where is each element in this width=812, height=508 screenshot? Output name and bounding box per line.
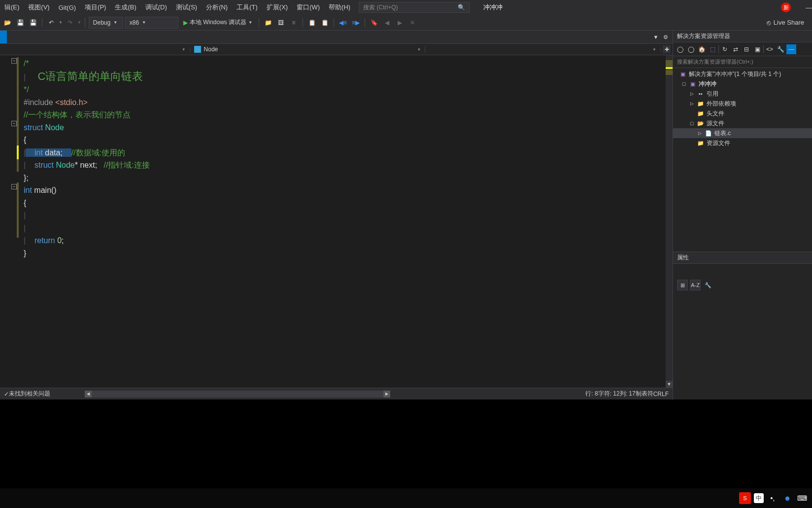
expand-toggle[interactable]: ▢ — [689, 121, 695, 126]
new-folder-icon[interactable]: 📁 — [263, 17, 273, 28]
tree-sources[interactable]: ▢ 📂 源文件 — [673, 118, 812, 128]
struct-icon — [194, 46, 201, 53]
ime-mode-icon[interactable]: •, — [767, 492, 778, 504]
decrease-indent-icon[interactable]: ◀≡ — [338, 17, 348, 28]
vertical-scrollbar[interactable]: ▼ — [666, 55, 673, 388]
menu-test[interactable]: 测试(S) — [171, 0, 202, 14]
status-ok-icon: ✓ — [4, 391, 9, 398]
menu-build[interactable]: 生成(B) — [110, 0, 140, 14]
solution-search-input[interactable]: 搜索解决方案资源管理器(Ctrl+;) — [673, 56, 812, 68]
comment-out-icon[interactable]: 📋 — [306, 17, 317, 28]
references-icon: ▪▪ — [697, 90, 705, 97]
uncomment-icon[interactable]: 📋 — [319, 17, 330, 28]
menu-help[interactable]: 帮助(H) — [324, 0, 355, 14]
col-indicator[interactable]: 列: 17 — [620, 390, 636, 398]
sogou-ime-icon[interactable]: S — [739, 492, 751, 504]
nav-type-dropdown[interactable]: Node ▼ — [190, 46, 426, 53]
tree-project[interactable]: ▢ ▣ 冲冲冲 — [673, 79, 812, 89]
dropdown-arrow-icon[interactable]: ▼ — [652, 33, 660, 41]
tree-external-deps[interactable]: ▷ 📁 外部依赖项 — [673, 99, 812, 109]
code-text: data — [43, 148, 61, 157]
editor-statusbar: ✓ 未找到相关问题 ◀ ▶ 行: 8 字符: 12 列: 17 制表符 CRLF — [0, 388, 673, 399]
active-tab-indicator[interactable] — [0, 31, 7, 43]
expand-toggle[interactable]: ▢ — [681, 81, 687, 86]
property-pages-button[interactable]: 🔧 — [703, 280, 713, 290]
code-text: }; — [24, 174, 29, 182]
tree-solution-root[interactable]: ▣ 解决方案"冲冲冲"(1 个项目/共 1 个) — [673, 69, 812, 79]
menu-extensions[interactable]: 扩展(X) — [262, 0, 292, 14]
global-search-input[interactable]: 搜索 (Ctrl+Q) 🔍 — [359, 2, 470, 13]
nav-member-dropdown[interactable]: ▼ — [425, 47, 661, 52]
nav-type-label: Node — [204, 46, 218, 53]
fold-toggle[interactable]: − — [11, 121, 17, 126]
clear-bookmarks-icon[interactable]: ✕ — [407, 17, 418, 28]
menu-window[interactable]: 窗口(W) — [292, 0, 324, 14]
back-icon[interactable]: ◯ — [675, 44, 685, 54]
new-notifications-badge[interactable]: 新 — [781, 2, 791, 12]
prev-bookmark-icon[interactable]: ◀ — [381, 17, 392, 28]
refresh-icon[interactable]: ↻ — [720, 44, 730, 54]
scroll-down-icon[interactable]: ▼ — [666, 381, 673, 388]
redo-icon[interactable]: ↷ — [65, 17, 75, 28]
undo-icon[interactable]: ↶ — [46, 17, 57, 28]
nav-scope-dropdown[interactable]: ▼ — [0, 47, 190, 52]
alphabetical-view-button[interactable]: A-Z — [690, 280, 701, 290]
menu-tools[interactable]: 工具(T) — [232, 0, 262, 14]
collapse-all-icon[interactable]: ⊟ — [742, 44, 751, 54]
line-indicator[interactable]: 行: 8 — [585, 390, 598, 398]
code-editor[interactable]: /* | C语言简单的单向链表 */ #include <stdio.h> //… — [18, 55, 673, 388]
open-file-icon[interactable]: 📂 — [2, 17, 13, 28]
configuration-dropdown[interactable]: Debug ▼ — [89, 17, 123, 29]
categorized-view-button[interactable]: ⊞ — [677, 280, 688, 290]
bookmark-icon[interactable]: 🔖 — [369, 17, 379, 28]
start-debug-button[interactable]: ▶ 本地 Windows 调试器 ▼ — [180, 17, 255, 29]
image-icon[interactable]: 🖼 — [275, 17, 286, 28]
tree-label: 源文件 — [707, 119, 812, 128]
indent-guides-icon[interactable]: ≡ — [288, 17, 299, 28]
next-bookmark-icon[interactable]: ▶ — [394, 17, 405, 28]
menu-git[interactable]: Git(G) — [54, 1, 80, 14]
expand-toggle[interactable]: ▷ — [689, 91, 695, 96]
fold-toggle[interactable]: − — [11, 58, 17, 64]
tabs-indicator[interactable]: 制表符 — [636, 390, 653, 398]
platform-dropdown[interactable]: x86 ▼ — [125, 17, 178, 29]
platform-value: x86 — [130, 19, 139, 26]
code-view-icon[interactable]: <> — [765, 44, 775, 54]
keyboard-icon[interactable]: ⌨ — [796, 492, 808, 504]
expand-toggle[interactable]: ▷ — [689, 101, 695, 106]
switch-view-icon[interactable]: ⬚ — [708, 44, 717, 54]
save-icon[interactable]: 💾 — [15, 17, 26, 28]
filter-icon[interactable]: — — [786, 44, 796, 54]
crlf-indicator[interactable]: CRLF — [653, 391, 669, 398]
scroll-left-icon[interactable]: ◀ — [85, 391, 92, 398]
expand-toggle[interactable]: ▷ — [697, 131, 703, 136]
tree-resources[interactable]: 📁 资源文件 — [673, 138, 812, 148]
menu-analyze[interactable]: 分析(N) — [202, 0, 232, 14]
menu-project[interactable]: 项目(P) — [80, 0, 110, 14]
tree-headers[interactable]: 📁 头文件 — [673, 109, 812, 118]
code-text: < — [55, 98, 60, 107]
live-share-button[interactable]: ⎋ Live Share — [761, 19, 810, 27]
emoji-icon[interactable]: ☻ — [781, 492, 793, 504]
language-indicator[interactable]: 中 — [754, 493, 764, 503]
increase-indent-icon[interactable]: ≡▶ — [350, 17, 361, 28]
split-editor-button[interactable]: ✚ — [663, 45, 671, 53]
settings-gear-icon[interactable]: ⚙ — [662, 33, 670, 41]
tree-references[interactable]: ▷ ▪▪ 引用 — [673, 89, 812, 99]
menu-debug[interactable]: 调试(D) — [141, 0, 171, 14]
menu-view[interactable]: 视图(V) — [24, 0, 54, 14]
forward-icon[interactable]: ◯ — [686, 44, 696, 54]
properties-icon[interactable]: 🔧 — [776, 44, 785, 54]
horizontal-scrollbar[interactable]: ◀ ▶ — [85, 391, 390, 398]
show-all-icon[interactable]: ▣ — [752, 44, 762, 54]
play-icon: ▶ — [183, 19, 188, 26]
tree-source-file[interactable]: ▷ 📄 链表.c — [673, 128, 812, 138]
scroll-right-icon[interactable]: ▶ — [383, 391, 390, 398]
menu-edit[interactable]: 辑(E) — [0, 0, 24, 14]
char-indicator[interactable]: 字符: 12 — [598, 390, 620, 398]
fold-toggle[interactable]: − — [11, 184, 17, 189]
minimize-button[interactable]: — — [806, 4, 812, 11]
home-icon[interactable]: 🏠 — [697, 44, 707, 54]
save-all-icon[interactable]: 💾 — [28, 17, 38, 28]
sync-icon[interactable]: ⇄ — [731, 44, 741, 54]
